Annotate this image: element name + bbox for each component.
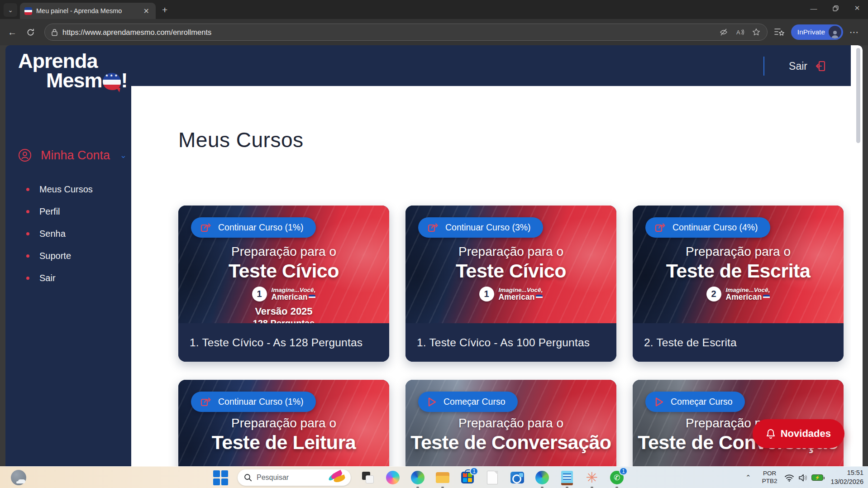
logo-flag-bubble-icon [103,73,121,90]
site-favicon [24,7,32,15]
browser-tab[interactable]: Meu painel - Aprenda Mesmo ✕ [20,3,156,19]
bullet-icon [26,188,29,191]
microsoft-store-icon[interactable]: 1 [460,470,475,485]
play-icon [428,397,437,407]
sidebar-item-senha[interactable]: Senha [18,229,131,239]
bell-icon [766,429,775,439]
main-content: Meus Cursos Continuar Curso (1%) Prepara… [131,86,851,466]
profile-avatar[interactable] [829,26,841,38]
course-art-title: Teste de Leitura [178,431,389,454]
start-course-button[interactable]: Começar Curso [418,392,518,412]
tab-search-button[interactable]: ⌄ [4,3,17,17]
course-subtitle: Preparação para o [633,244,844,259]
site-logo[interactable]: Aprenda Mesm! [18,52,131,91]
whatsapp-icon[interactable]: ✆ 1 [609,470,625,485]
refresh-button[interactable] [23,24,38,40]
search-highlight-art [327,471,347,484]
battery-icon[interactable]: ⚡ [811,474,823,481]
favorite-star-icon[interactable] [752,28,761,37]
continue-course-button[interactable]: Continuar Curso (1%) [191,392,316,412]
minimize-button[interactable]: — [803,0,825,16]
outlook-icon[interactable] [510,470,525,485]
scrollbar-thumb[interactable] [856,48,860,143]
notepad-icon[interactable] [559,470,575,485]
flag-icon [763,295,770,300]
browser-menu-icon[interactable]: ⋯ [849,27,859,38]
browser-toolbar: ← https://www.aprendamesmo.com/enrollmen… [0,19,868,45]
course-title: 2. Teste de Escrita [644,336,737,349]
sidebar-item-suporte[interactable]: Suporte [18,251,131,261]
bullet-icon [26,210,29,213]
page-scrollbar[interactable] [851,45,863,466]
sidebar-item-sair[interactable]: Sair [18,273,131,283]
start-course-button[interactable]: Começar Curso [645,392,745,412]
inprivate-badge[interactable]: InPrivate [791,24,843,40]
sidebar-item-perfil[interactable]: Perfil [18,206,131,217]
logout-button[interactable]: Sair [763,57,825,76]
zinnia-app-icon[interactable]: ✳ [584,470,600,485]
bullet-icon [26,277,29,280]
page-title: Meus Cursos [178,128,851,152]
brand-line2: American [272,293,308,301]
tray-expand-icon[interactable]: ⌃ [745,474,751,482]
course-number-badge: 2 [706,287,721,301]
course-card-teste-de-escrita[interactable]: Continuar Curso (4%) Preparação para o T… [633,206,844,362]
windows-taskbar: Pesquisar 1 ✳ ✆ 1 ⌃ POR PTB2 ⚡ [0,466,868,488]
chevron-down-icon: ⌄ [120,150,127,160]
bullet-icon [26,232,29,235]
read-aloud-icon[interactable]: A [735,28,744,37]
back-button[interactable]: ← [5,24,20,40]
logout-icon [816,61,825,72]
logo-line2: Mesm [46,71,102,91]
course-subtitle: Preparação para o [405,244,616,259]
edge-browser-icon[interactable] [410,470,425,485]
task-view-icon[interactable] [360,470,376,485]
continue-course-button[interactable]: Continuar Curso (4%) [645,217,770,238]
language-indicator[interactable]: POR PTB2 [762,470,777,485]
restore-button[interactable] [825,0,846,16]
course-questions: 128 Perguntas [178,318,389,323]
course-card-teste-civico-128[interactable]: Continuar Curso (1%) Preparação para o T… [178,206,389,362]
header-divider [763,57,764,76]
wifi-icon[interactable] [784,474,794,482]
lock-icon [51,29,58,36]
flag-icon [536,295,543,300]
brand-line2: American [499,293,535,301]
course-subtitle: Preparação para o [178,244,389,259]
tab-close-icon[interactable]: ✕ [142,7,151,15]
edge-profile-icon[interactable] [534,470,550,485]
account-menu[interactable]: Minha Conta ⌄ [18,148,131,163]
continue-course-button[interactable]: Continuar Curso (1%) [191,217,316,238]
browser-tab-strip: ⌄ Meu painel - Aprenda Mesmo ✕ + — ✕ [0,0,868,19]
copilot-icon[interactable] [385,470,401,485]
sidebar-item-meus-cursos[interactable]: Meus Cursos [18,184,131,195]
novidades-button[interactable]: Novidades [753,419,844,448]
course-card-teste-de-conversacao-1[interactable]: Começar Curso Preparação para o Teste de… [405,380,616,466]
volume-icon[interactable] [798,474,807,482]
search-icon [244,474,252,482]
course-card-teste-de-leitura[interactable]: Continuar Curso (1%) Preparação para o T… [178,380,389,466]
course-card-image: Continuar Curso (4%) Preparação para o T… [633,206,844,323]
continue-course-button[interactable]: Continuar Curso (3%) [418,217,543,238]
course-card-teste-civico-100[interactable]: Continuar Curso (3%) Preparação para o T… [405,206,616,362]
file-explorer-icon[interactable] [435,470,450,485]
taskbar-search[interactable]: Pesquisar [238,469,351,486]
start-button[interactable] [213,470,228,485]
flag-icon [309,295,315,300]
new-tab-button[interactable]: + [162,5,167,15]
tracking-prevention-icon[interactable] [719,28,728,37]
inprivate-label: InPrivate [797,28,825,36]
favorites-bar-icon[interactable] [774,27,785,37]
share-icon [655,223,666,233]
clock[interactable]: 15:51 13/02/2026 [830,469,863,486]
course-art-title: Teste de Escrita [633,260,844,282]
widgets-weather-icon[interactable] [11,470,26,485]
address-bar[interactable]: https://www.aprendamesmo.com/enrollments… [44,24,768,41]
site-header: Sair [131,45,851,86]
course-art-title: Teste de Conversação [405,431,616,454]
brand-line2: American [726,293,762,301]
close-button[interactable]: ✕ [846,0,868,16]
document-app-icon[interactable] [485,470,500,485]
course-title: 1. Teste Cívico - As 128 Perguntas [190,336,362,349]
share-icon [428,223,439,233]
